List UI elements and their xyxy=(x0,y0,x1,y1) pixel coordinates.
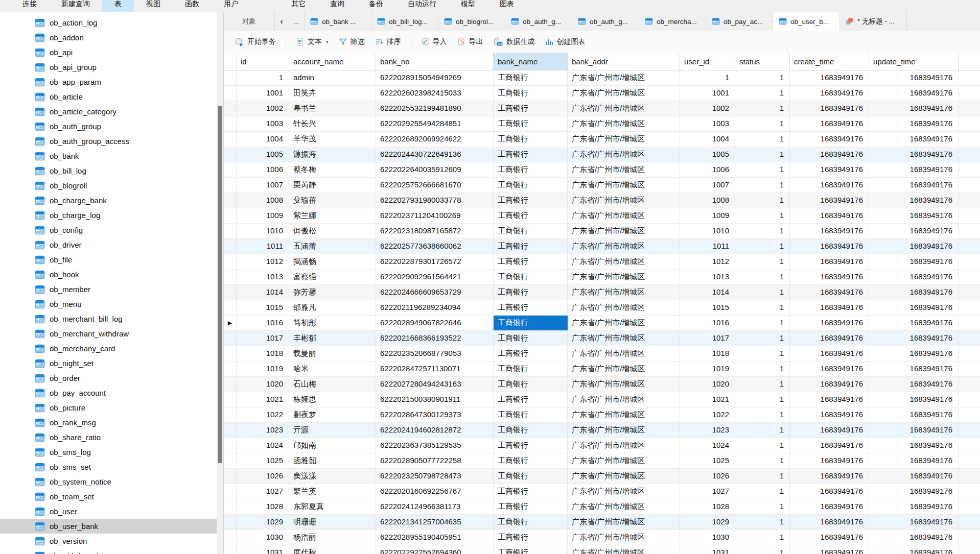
cell-user_id[interactable]: 1009 xyxy=(680,208,735,223)
cell-bank_name[interactable]: 工商银行 xyxy=(494,224,568,238)
cell-account_name[interactable]: 笃初彤 xyxy=(289,316,376,330)
cell-status[interactable]: 1 xyxy=(735,362,790,376)
cell-update_time[interactable]: 1683949176 xyxy=(869,316,959,330)
cell-bank_addr[interactable]: 广东省/广州市/增城区 xyxy=(568,147,680,162)
menu-item-用户[interactable]: 用户 xyxy=(212,0,250,12)
cell-user_id[interactable]: 1027 xyxy=(680,484,735,499)
cell-update_time[interactable]: 1683949176 xyxy=(869,346,959,361)
sidebar-table-ob_version[interactable]: ob_version xyxy=(0,534,217,548)
cell-user_id[interactable]: 1031 xyxy=(680,545,735,554)
sidebar-table-ob_addon[interactable]: ob_addon xyxy=(0,30,217,45)
cell-user_id[interactable]: 1 xyxy=(680,70,735,85)
cell-id[interactable]: 1031 xyxy=(237,545,289,554)
cell-account_name[interactable]: 东郭夏真 xyxy=(289,499,376,514)
menu-item-函数[interactable]: 函数 xyxy=(173,0,212,12)
cell-update_time[interactable]: 1683949176 xyxy=(869,545,959,554)
tab-ob_bill_log-[interactable]: ob_bill_log... xyxy=(371,12,438,31)
cell-account_name[interactable]: 栋娅思 xyxy=(289,392,376,407)
cell-bank_no[interactable]: 6222022922552694360 xyxy=(376,545,494,554)
cell-account_name[interactable]: 五涵蕾 xyxy=(289,239,376,254)
cell-bank_name[interactable]: 工商银行 xyxy=(494,545,568,554)
cell-bank_no[interactable]: 6222029255494284851 xyxy=(376,116,494,131)
cell-update_time[interactable]: 1683949176 xyxy=(869,193,959,208)
cell-create_time[interactable]: 1683949176 xyxy=(790,300,869,315)
cell-bank_name[interactable]: 工商银行 xyxy=(494,377,568,392)
cell-update_time[interactable]: 1683949176 xyxy=(869,285,959,300)
cell-status[interactable]: 1 xyxy=(735,499,790,514)
cell-id[interactable]: 1015 xyxy=(237,300,289,315)
cell-account_name[interactable]: 度代秋 xyxy=(289,545,376,554)
cell-create_time[interactable]: 1683949176 xyxy=(790,162,869,177)
row-gutter[interactable] xyxy=(224,530,237,545)
cell-account_name[interactable]: 蔡冬梅 xyxy=(289,162,376,177)
cell-update_time[interactable]: 1683949176 xyxy=(869,530,959,545)
row-gutter[interactable] xyxy=(224,70,237,85)
cell-create_time[interactable]: 1683949176 xyxy=(790,193,869,208)
column-header-create_time[interactable]: create_time xyxy=(790,53,869,70)
sidebar-table-ob_member[interactable]: ob_member xyxy=(0,282,217,297)
cell-bank_no[interactable]: 6222025773638660062 xyxy=(376,239,494,254)
cell-bank_no[interactable]: 6222024194602812872 xyxy=(376,423,494,438)
cell-status[interactable]: 1 xyxy=(735,70,790,85)
cell-create_time[interactable]: 1683949176 xyxy=(790,346,869,361)
cell-bank_name[interactable]: 工商银行 xyxy=(494,484,568,499)
cell-bank_no[interactable]: 6222023711204100269 xyxy=(376,208,494,223)
cell-account_name[interactable]: 杨浩丽 xyxy=(289,530,376,545)
cell-update_time[interactable]: 1683949176 xyxy=(869,178,959,192)
column-header-status[interactable]: status xyxy=(735,53,790,70)
create-chart-button[interactable]: 创建图表 xyxy=(540,34,591,50)
sidebar-table-ob_rank_msg[interactable]: ob_rank_msg xyxy=(0,415,217,430)
cell-status[interactable]: 1 xyxy=(735,392,790,407)
row-gutter[interactable] xyxy=(224,116,237,131)
cell-id[interactable]: 1018 xyxy=(237,346,289,361)
cell-update_time[interactable]: 1683949176 xyxy=(869,208,959,223)
tab-ob_auth_g-[interactable]: ob_auth_g... xyxy=(572,12,639,31)
cell-id[interactable]: 1001 xyxy=(237,86,289,101)
cell-create_time[interactable]: 1683949176 xyxy=(790,239,869,254)
begin-transaction-button[interactable]: 开始事务 xyxy=(230,34,281,50)
cell-bank_name[interactable]: 工商银行 xyxy=(494,178,568,192)
row-gutter[interactable] xyxy=(224,300,237,315)
cell-bank_addr[interactable]: 广东省/广州市/增城区 xyxy=(568,331,680,346)
tab-ob_bank-[interactable]: ob_bank ... xyxy=(305,12,371,31)
cell-create_time[interactable]: 1683949176 xyxy=(790,224,869,238)
cell-user_id[interactable]: 1021 xyxy=(680,392,735,407)
cell-id[interactable]: 1009 xyxy=(237,208,289,223)
cell-bank_no[interactable]: 6222022879301726572 xyxy=(376,254,494,269)
cell-user_id[interactable]: 1010 xyxy=(680,224,735,238)
cell-create_time[interactable]: 1683949176 xyxy=(790,316,869,330)
cell-update_time[interactable]: 1683949176 xyxy=(869,147,959,162)
cell-status[interactable]: 1 xyxy=(735,331,790,346)
cell-bank_addr[interactable]: 广东省/广州市/增城区 xyxy=(568,362,680,376)
cell-id[interactable]: 1010 xyxy=(237,224,289,238)
cell-bank_name[interactable]: 工商银行 xyxy=(494,208,568,223)
cell-bank_no[interactable]: 6222025752666681670 xyxy=(376,178,494,192)
sidebar-table-ob_article_category[interactable]: ob_article_category xyxy=(0,104,217,119)
column-header-bank_name[interactable]: bank_name xyxy=(494,53,568,70)
cell-id[interactable]: 1020 xyxy=(237,377,289,392)
row-gutter[interactable] xyxy=(224,453,237,468)
menu-item-备份[interactable]: 备份 xyxy=(357,0,395,12)
cell-create_time[interactable]: 1683949176 xyxy=(790,116,869,131)
cell-create_time[interactable]: 1683949176 xyxy=(790,469,869,484)
cell-bank_addr[interactable]: 广东省/广州市/增城区 xyxy=(568,499,680,514)
sidebar-table-ob_api[interactable]: ob_api xyxy=(0,45,217,60)
tab-ob_user_b-[interactable]: ob_user_b... xyxy=(773,12,840,31)
cell-bank_addr[interactable]: 广东省/广州市/增城区 xyxy=(568,132,680,147)
cell-account_name[interactable]: 佴傲松 xyxy=(289,224,376,238)
cell-bank_no[interactable]: 6222024666609653729 xyxy=(376,285,494,300)
cell-bank_name[interactable]: 工商银行 xyxy=(494,530,568,545)
sidebar-table-ob_api_group[interactable]: ob_api_group xyxy=(0,60,217,75)
cell-status[interactable]: 1 xyxy=(735,346,790,361)
tab--无标题-[interactable]: * 无标题 - ... xyxy=(840,12,907,31)
cell-bank_no[interactable]: 6222028949067822646 xyxy=(376,316,494,330)
cell-update_time[interactable]: 1683949176 xyxy=(869,116,959,131)
cell-bank_name[interactable]: 工商银行 xyxy=(494,116,568,131)
cell-bank_no[interactable]: 6222028955190405951 xyxy=(376,530,494,545)
cell-account_name[interactable]: 富察强 xyxy=(289,270,376,284)
cell-bank_addr[interactable]: 广东省/广州市/增城区 xyxy=(568,407,680,422)
cell-create_time[interactable]: 1683949176 xyxy=(790,86,869,101)
cell-create_time[interactable]: 1683949176 xyxy=(790,101,869,116)
sort-button[interactable]: 排序 xyxy=(370,34,406,50)
cell-bank_name[interactable]: 工商银行 xyxy=(494,101,568,116)
